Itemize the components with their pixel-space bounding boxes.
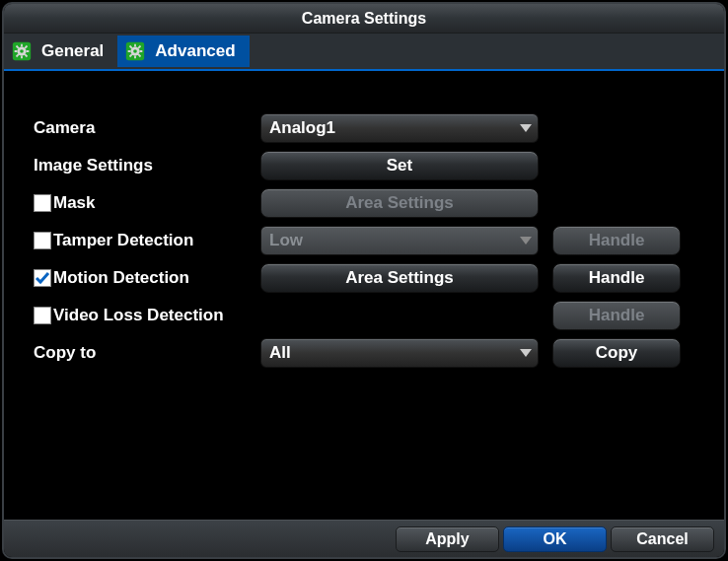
mask-area-settings-label: Area Settings bbox=[345, 193, 454, 213]
chevron-down-icon bbox=[520, 124, 532, 132]
mask-area-settings-button: Area Settings bbox=[260, 188, 539, 218]
motion-label: Motion Detection bbox=[53, 268, 189, 288]
row-mask: Mask Area Settings bbox=[34, 185, 704, 221]
svg-point-13 bbox=[133, 49, 137, 53]
row-video-loss: Video Loss Detection Handle bbox=[34, 298, 704, 333]
ok-label: OK bbox=[544, 530, 567, 548]
tamper-handle-button: Handle bbox=[552, 226, 681, 255]
camera-select[interactable]: Analog1 bbox=[260, 113, 539, 143]
tamper-handle-label: Handle bbox=[589, 231, 645, 250]
tab-bar: General Advanced bbox=[4, 34, 724, 71]
row-motion: Motion Detection Area Settings Handle bbox=[34, 260, 704, 296]
copy-label: Copy to bbox=[34, 343, 260, 363]
tamper-sensitivity-select: Low bbox=[260, 226, 539, 255]
chevron-down-icon bbox=[520, 237, 532, 245]
video-loss-handle-button: Handle bbox=[552, 301, 681, 330]
copy-button[interactable]: Copy bbox=[552, 338, 681, 368]
apply-label: Apply bbox=[425, 530, 469, 548]
video-loss-label: Video Loss Detection bbox=[53, 306, 224, 325]
content-area: Camera Analog1 Image Settings Set bbox=[4, 71, 724, 520]
image-settings-label: Image Settings bbox=[34, 156, 260, 175]
row-image-settings: Image Settings Set bbox=[34, 148, 704, 183]
motion-area-settings-button[interactable]: Area Settings bbox=[260, 263, 539, 293]
copy-to-select[interactable]: All bbox=[260, 338, 539, 368]
copy-to-value: All bbox=[269, 343, 291, 363]
tamper-checkbox[interactable] bbox=[34, 232, 51, 249]
titlebar: Camera Settings bbox=[4, 4, 724, 34]
cancel-button[interactable]: Cancel bbox=[611, 526, 714, 552]
motion-checkbox[interactable] bbox=[34, 269, 51, 287]
video-loss-checkbox[interactable] bbox=[34, 307, 51, 324]
tamper-label: Tamper Detection bbox=[53, 231, 193, 250]
motion-area-settings-label: Area Settings bbox=[345, 268, 454, 288]
row-tamper: Tamper Detection Low Handle bbox=[34, 223, 704, 258]
tab-advanced-label: Advanced bbox=[155, 41, 235, 61]
motion-handle-label: Handle bbox=[589, 268, 645, 288]
camera-select-value: Analog1 bbox=[269, 118, 335, 138]
apply-button[interactable]: Apply bbox=[396, 526, 499, 552]
video-loss-handle-label: Handle bbox=[589, 306, 645, 325]
mask-checkbox[interactable] bbox=[34, 194, 51, 212]
chevron-down-icon bbox=[520, 349, 532, 357]
image-settings-set-button[interactable]: Set bbox=[260, 151, 539, 180]
camera-settings-window: Camera Settings General Advanced Camera … bbox=[2, 2, 726, 559]
motion-handle-button[interactable]: Handle bbox=[552, 263, 681, 293]
tab-general[interactable]: General bbox=[4, 35, 117, 67]
tab-general-label: General bbox=[41, 41, 104, 61]
row-copy: Copy to All Copy bbox=[34, 335, 704, 371]
copy-button-label: Copy bbox=[596, 343, 638, 363]
mask-label: Mask bbox=[53, 193, 96, 213]
camera-label: Camera bbox=[34, 118, 260, 138]
svg-point-2 bbox=[20, 49, 24, 53]
tamper-value: Low bbox=[269, 231, 303, 250]
footer-bar: Apply OK Cancel bbox=[4, 520, 724, 557]
tab-advanced[interactable]: Advanced bbox=[117, 35, 249, 67]
window-title: Camera Settings bbox=[302, 10, 426, 28]
ok-button[interactable]: OK bbox=[503, 526, 607, 552]
set-button-label: Set bbox=[387, 156, 412, 175]
gear-icon bbox=[123, 39, 147, 63]
row-camera: Camera Analog1 bbox=[34, 110, 704, 146]
cancel-label: Cancel bbox=[636, 530, 688, 548]
gear-icon bbox=[10, 39, 34, 63]
